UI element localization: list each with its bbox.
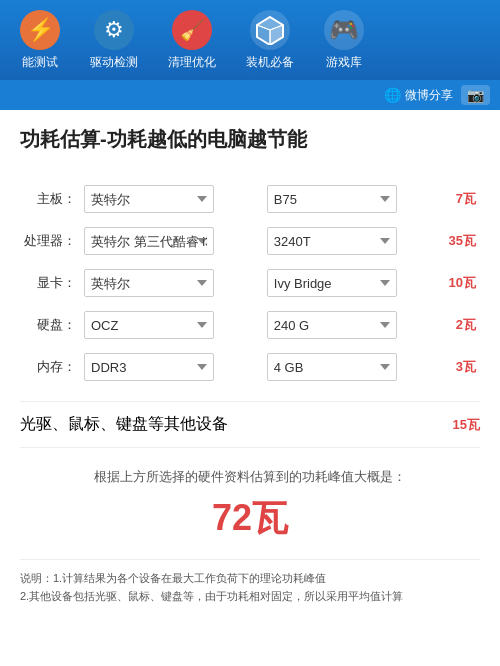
- divider2: [20, 447, 480, 448]
- weibo-label: 微博分享: [405, 87, 453, 104]
- form-select2-cell-4[interactable]: 4 GB: [263, 351, 436, 383]
- nav-item-driver[interactable]: ⚙ 驱动检测: [80, 6, 148, 75]
- total-desc: 根据上方所选择的硬件资料估算到的功耗峰值大概是：: [20, 468, 480, 486]
- form-table: 主板： 英特尔 B75 7瓦 处理器： 英特尔 第三代酷睿 i3: [20, 173, 480, 393]
- divider: [20, 401, 480, 402]
- table-row: 硬盘： OCZ 240 G 2瓦: [20, 309, 480, 341]
- watt-label-3: 2瓦: [436, 309, 480, 341]
- notes-section: 说明：1.计算结果为各个设备在最大工作负荷下的理论功耗峰值 2.其他设备包括光驱…: [20, 559, 480, 605]
- form-select2-cell-2[interactable]: Ivy Bridge: [263, 267, 436, 299]
- nav-item-install[interactable]: 装机必备: [236, 6, 304, 75]
- install-icon: [250, 10, 290, 50]
- form-select1-0[interactable]: 英特尔: [84, 185, 214, 213]
- other-devices-row: 光驱、鼠标、键盘等其他设备 15瓦: [20, 410, 480, 439]
- nav-label-games: 游戏库: [326, 54, 362, 71]
- driver-icon: ⚙: [94, 10, 134, 50]
- form-select1-1[interactable]: 英特尔 第三代酷睿 i3: [84, 227, 214, 255]
- main-content: 功耗估算-功耗越低的电脑越节能 主板： 英特尔 B75 7瓦 处理器： 英特尔 …: [0, 110, 500, 621]
- form-label-1: 处理器：: [20, 225, 80, 257]
- table-row: 显卡： 英特尔 Ivy Bridge 10瓦: [20, 267, 480, 299]
- form-select2-cell-1[interactable]: 3240T: [263, 225, 436, 257]
- weibo-share-button[interactable]: 🌐 微博分享: [384, 87, 453, 104]
- form-select2-cell-3[interactable]: 240 G: [263, 309, 436, 341]
- form-select2-cell-0[interactable]: B75: [263, 183, 436, 215]
- watt-label-0: 7瓦: [436, 183, 480, 215]
- weibo-icon: 🌐: [384, 87, 401, 103]
- total-section: 根据上方所选择的硬件资料估算到的功耗峰值大概是： 72瓦: [20, 468, 480, 543]
- form-select1-cell-4[interactable]: DDR3: [80, 351, 253, 383]
- form-select1-3[interactable]: OCZ: [84, 311, 214, 339]
- form-select1-cell-3[interactable]: OCZ: [80, 309, 253, 341]
- toolbar: 🌐 微博分享 📷: [0, 80, 500, 110]
- watt-label-4: 3瓦: [436, 351, 480, 383]
- table-row: 主板： 英特尔 B75 7瓦: [20, 183, 480, 215]
- page-title: 功耗估算-功耗越低的电脑越节能: [20, 126, 480, 153]
- nav-label-performance: 能测试: [22, 54, 58, 71]
- games-icon: 🎮: [324, 10, 364, 50]
- note-1: 说明：1.计算结果为各个设备在最大工作负荷下的理论功耗峰值: [20, 570, 480, 588]
- form-select2-0[interactable]: B75: [267, 185, 397, 213]
- total-value: 72瓦: [20, 494, 480, 543]
- form-label-0: 主板：: [20, 183, 80, 215]
- clean-icon: 🧹: [172, 10, 212, 50]
- nav-item-games[interactable]: 🎮 游戏库: [314, 6, 374, 75]
- nav-item-performance[interactable]: ⚡ 能测试: [10, 6, 70, 75]
- watt-label-1: 35瓦: [436, 225, 480, 257]
- form-select1-cell-1[interactable]: 英特尔 第三代酷睿 i3: [80, 225, 253, 257]
- form-select1-cell-0[interactable]: 英特尔: [80, 183, 253, 215]
- form-select1-cell-2[interactable]: 英特尔: [80, 267, 253, 299]
- note-2: 2.其他设备包括光驱、鼠标、键盘等，由于功耗相对固定，所以采用平均值计算: [20, 588, 480, 606]
- camera-icon: 📷: [467, 87, 484, 103]
- watt-label-2: 10瓦: [436, 267, 480, 299]
- camera-button[interactable]: 📷: [461, 85, 490, 105]
- form-select2-4[interactable]: 4 GB: [267, 353, 397, 381]
- form-label-4: 内存：: [20, 351, 80, 383]
- form-select1-4[interactable]: DDR3: [84, 353, 214, 381]
- form-select2-2[interactable]: Ivy Bridge: [267, 269, 397, 297]
- nav-label-driver: 驱动检测: [90, 54, 138, 71]
- nav-label-install: 装机必备: [246, 54, 294, 71]
- form-label-3: 硬盘：: [20, 309, 80, 341]
- nav-item-clean[interactable]: 🧹 清理优化: [158, 6, 226, 75]
- form-select1-2[interactable]: 英特尔: [84, 269, 214, 297]
- other-devices-label: 光驱、鼠标、键盘等其他设备: [20, 414, 228, 435]
- performance-icon: ⚡: [20, 10, 60, 50]
- nav-label-clean: 清理优化: [168, 54, 216, 71]
- form-select2-1[interactable]: 3240T: [267, 227, 397, 255]
- table-row: 处理器： 英特尔 第三代酷睿 i3 3240T 35瓦: [20, 225, 480, 257]
- other-devices-watt: 15瓦: [453, 416, 480, 434]
- table-row: 内存： DDR3 4 GB 3瓦: [20, 351, 480, 383]
- top-nav: ⚡ 能测试 ⚙ 驱动检测 🧹 清理优化 装机必备 🎮 游戏库: [0, 0, 500, 80]
- form-select2-3[interactable]: 240 G: [267, 311, 397, 339]
- form-label-2: 显卡：: [20, 267, 80, 299]
